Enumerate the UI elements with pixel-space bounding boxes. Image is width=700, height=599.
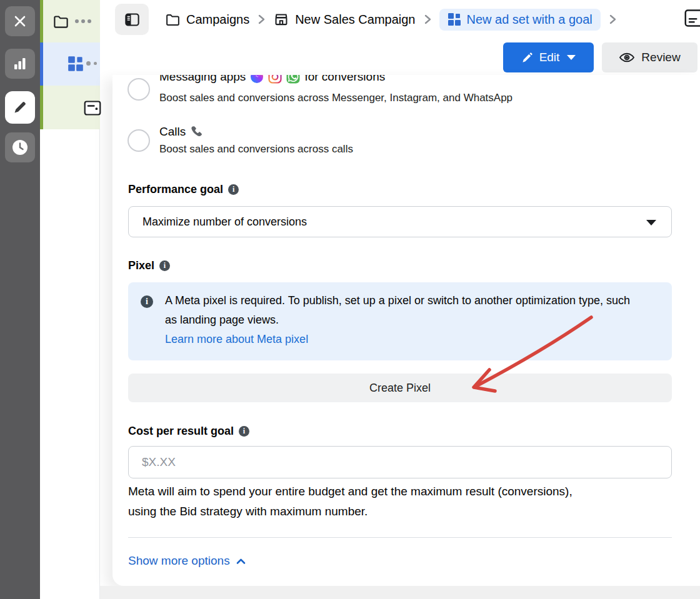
show-more-options-link[interactable]: Show more options — [128, 554, 246, 568]
adset-level-strip — [40, 42, 43, 86]
review-button[interactable]: Review — [602, 42, 698, 72]
cost-per-result-heading: Cost per result goal i — [128, 425, 249, 438]
page-background-strip — [100, 586, 700, 599]
breadcrumb-adset-name-selected[interactable]: New ad set with a goal — [439, 9, 601, 31]
chevron-down-icon — [646, 220, 656, 225]
adset-more-dots-icon — [86, 61, 97, 66]
ads-manager-window: Campaigns New Sales Campaign New ad set … — [0, 0, 700, 599]
breadcrumb-label: New Sales Campaign — [295, 12, 415, 27]
chart-button[interactable] — [5, 49, 35, 79]
breadcrumb-campaign-name[interactable]: New Sales Campaign — [273, 11, 415, 27]
cost-per-result-field-wrap — [128, 446, 672, 478]
learn-more-link[interactable]: Learn more about Meta pixel — [165, 330, 308, 349]
eye-icon — [619, 51, 635, 64]
instagram-icon — [268, 75, 282, 84]
info-icon[interactable]: i — [159, 260, 170, 271]
radio-messaging-apps[interactable] — [128, 78, 150, 101]
create-pixel-button[interactable]: Create Pixel — [128, 374, 672, 402]
chevron-up-icon — [236, 558, 246, 565]
close-icon — [12, 14, 28, 29]
breadcrumb-campaigns[interactable]: Campaigns — [165, 12, 249, 27]
ad-level-icon-clipped — [683, 9, 700, 27]
folder-icon — [52, 13, 69, 30]
performance-goal-select[interactable]: Maximize number of conversions — [128, 206, 672, 237]
whatsapp-icon — [286, 75, 300, 84]
pixel-label: Pixel — [128, 259, 154, 272]
collapse-panel-button[interactable] — [115, 4, 149, 35]
storefront-icon — [273, 11, 289, 27]
info-icon[interactable]: i — [228, 184, 239, 195]
show-more-options-label: Show more options — [128, 554, 230, 568]
breadcrumb-label: New ad set with a goal — [467, 12, 592, 27]
calls-option-description: Boost sales and conversions across calls — [159, 143, 353, 156]
bar-chart-icon — [12, 56, 28, 72]
pixel-notice-text: A Meta pixel is required. To publish, se… — [165, 294, 630, 326]
folder-icon — [165, 12, 181, 27]
info-icon[interactable]: i — [239, 426, 249, 437]
review-button-label: Review — [641, 51, 680, 64]
cost-per-result-input[interactable] — [128, 446, 672, 478]
performance-goal-heading: Performance goal i — [128, 183, 239, 196]
adset-settings-panel: Messaging apps for conversions Boost sal… — [112, 75, 700, 586]
campaign-level-strip — [40, 0, 43, 42]
clock-icon — [11, 138, 29, 157]
performance-goal-value: Maximize number of conversions — [142, 215, 307, 229]
campaign-tree-sidebar — [40, 0, 100, 599]
chevron-right-icon — [423, 12, 432, 26]
budget-helper-text: Meta will aim to spend your entire budge… — [128, 482, 603, 522]
calls-option-title: Calls — [159, 125, 204, 139]
option-title-text: Calls — [159, 125, 186, 139]
panel-toggle-icon — [124, 11, 141, 28]
chevron-right-icon — [257, 12, 266, 26]
history-button[interactable] — [5, 132, 35, 162]
performance-goal-label: Performance goal — [128, 183, 223, 196]
tree-row-adset-selected[interactable] — [40, 42, 100, 86]
edit-button-label: Edit — [539, 51, 560, 64]
tree-row-ad[interactable] — [40, 86, 100, 129]
screenshot-toolbar — [0, 0, 40, 599]
messaging-apps-option-description: Boost sales and conversions across Messe… — [159, 92, 512, 104]
chevron-right-icon — [608, 12, 617, 26]
option-title-text: Messaging apps — [159, 75, 246, 84]
section-divider — [128, 537, 672, 538]
radio-calls[interactable] — [128, 129, 150, 152]
more-icon[interactable] — [75, 19, 91, 23]
tree-row-campaign[interactable] — [40, 0, 100, 42]
phone-icon — [190, 125, 204, 139]
cost-per-result-label: Cost per result goal — [128, 425, 234, 438]
pencil-icon — [12, 99, 28, 116]
breadcrumb: Campaigns New Sales Campaign New ad set … — [165, 7, 617, 31]
messenger-icon — [250, 75, 264, 84]
header-actions: Edit Review — [503, 42, 698, 72]
info-icon: i — [141, 295, 153, 308]
ad-set-grid-icon — [448, 12, 461, 26]
breadcrumb-label: Campaigns — [186, 12, 249, 27]
create-pixel-label: Create Pixel — [369, 382, 431, 395]
messaging-apps-option-title: Messaging apps for conversions — [159, 75, 385, 84]
ad-level-strip — [40, 86, 43, 129]
close-button[interactable] — [5, 6, 35, 36]
chevron-down-icon — [567, 55, 576, 60]
ad-set-grid-icon — [68, 56, 84, 72]
pencil-icon — [521, 52, 533, 64]
ad-frame-icon — [84, 100, 101, 116]
edit-tool-button[interactable] — [5, 91, 35, 124]
edit-button[interactable]: Edit — [503, 42, 594, 72]
pixel-heading: Pixel i — [128, 259, 170, 272]
pixel-required-notice: i A Meta pixel is required. To publish, … — [128, 282, 672, 360]
option-title-text: for conversions — [304, 75, 385, 84]
